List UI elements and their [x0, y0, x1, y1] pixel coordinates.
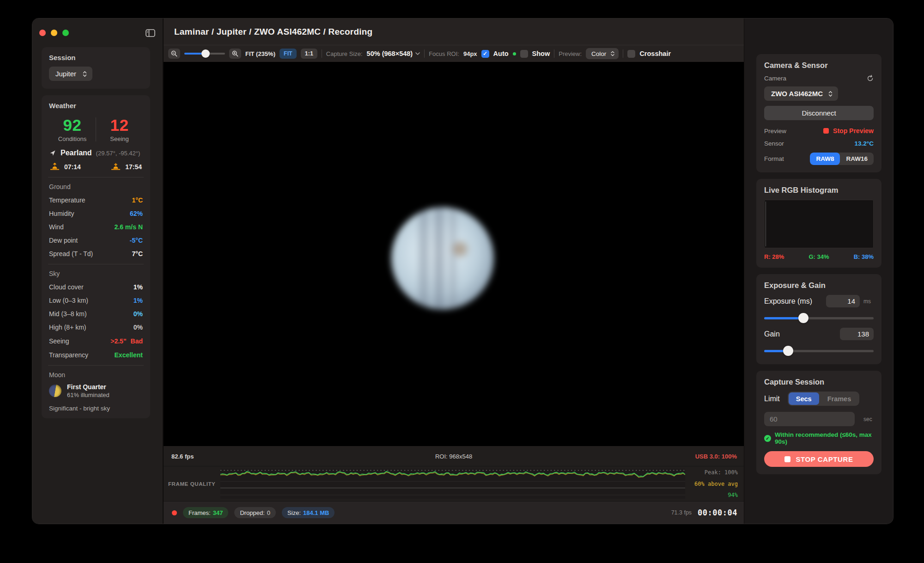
conditions-score: 92 Conditions — [49, 116, 96, 142]
duration-input[interactable] — [764, 412, 855, 426]
zoom-out-icon — [171, 50, 177, 57]
exposure-input[interactable] — [826, 295, 860, 307]
stop-icon — [823, 128, 829, 134]
control-panel: Camera & Sensor Camera ZWO ASI462MC Disc… — [744, 18, 893, 524]
usb-bandwidth: USB 3.0: 100% — [695, 453, 737, 459]
frame-quality-row: FRAME QUALITY Peak: 100% 60% above avg 9… — [164, 466, 744, 502]
stop-icon — [784, 456, 790, 462]
format-label: Format — [764, 155, 784, 162]
zoom-in-button[interactable] — [229, 49, 241, 59]
refresh-cameras-button[interactable] — [867, 75, 874, 82]
crosshair-label: Crosshair — [639, 50, 671, 57]
zoom-in-icon — [232, 50, 238, 57]
session-select[interactable]: Jupiter — [49, 67, 92, 81]
exposure-label: Exposure (ms) — [764, 297, 812, 306]
weather-row-spread: Spread (T - Td)7°C — [49, 250, 143, 257]
sensor-temperature: 13.2°C — [855, 140, 874, 147]
format-segmented-control: RAW8 RAW16 — [810, 153, 874, 165]
maximize-button[interactable] — [62, 30, 69, 36]
location-coords: (29.57°, -95.42°) — [96, 150, 140, 157]
preview-mode-select[interactable]: Color — [586, 48, 619, 59]
toolbar-divider — [623, 49, 623, 58]
zoom-slider[interactable] — [184, 49, 225, 58]
sunset-time: 17:54 — [125, 163, 142, 171]
dropped-badge: Dropped:0 — [234, 507, 276, 518]
auto-label: Auto — [493, 50, 509, 57]
histogram-plot — [764, 200, 874, 248]
sunset-icon — [111, 163, 121, 171]
check-circle-icon: ✓ — [764, 435, 771, 442]
weather-row-humidity: Humidity62% — [49, 210, 143, 217]
zoom-slider-knob[interactable] — [201, 49, 210, 58]
seeing-value: 12 — [96, 116, 143, 135]
minimize-button[interactable] — [51, 30, 57, 36]
secs-button[interactable]: Secs — [789, 392, 819, 405]
size-badge: Size:184.1 MB — [282, 507, 334, 518]
moon-illumination: 61% illuminated — [67, 392, 109, 398]
exposure-slider[interactable] — [764, 313, 874, 323]
toolbar-divider — [424, 49, 425, 58]
chevron-updown-icon — [611, 51, 614, 56]
weather-row-cloudcover: Cloud cover1% — [49, 283, 143, 291]
sidebar-toggle-button[interactable] — [145, 28, 156, 38]
session-card: Session Jupiter — [42, 47, 150, 89]
frames-badge: Frames:347 — [183, 507, 228, 518]
moon-note: Significant - bright sky — [49, 405, 143, 412]
exposure-gain-heading: Exposure & Gain — [764, 281, 874, 290]
quality-peak: Peak: 100% — [705, 469, 738, 476]
session-selected-value: Jupiter — [55, 70, 76, 78]
traffic-lights — [39, 30, 69, 36]
exposure-slider-knob[interactable] — [798, 313, 808, 323]
divider — [48, 177, 144, 177]
disconnect-button[interactable]: Disconnect — [764, 106, 874, 120]
gain-input[interactable] — [840, 328, 874, 340]
camera-select[interactable]: ZWO ASI462MC — [764, 86, 838, 101]
preview-mode-label: Preview: — [559, 50, 582, 57]
frames-button[interactable]: Frames — [820, 392, 859, 405]
preview-canvas[interactable] — [164, 62, 744, 446]
stop-capture-button[interactable]: STOP CAPTURE — [764, 451, 874, 467]
sun-times-row: 07:14 17:54 — [50, 163, 142, 171]
roi-readout: ROI: 968x548 — [435, 453, 472, 459]
preview-statusbar: 82.6 fps ROI: 968x548 USB 3.0: 100% — [164, 446, 744, 466]
weather-row-low: Low (0–3 km)1% — [49, 297, 143, 304]
seeing-label: Seeing — [96, 135, 143, 142]
gain-slider-knob[interactable] — [783, 346, 793, 356]
moon-phase-icon — [49, 385, 61, 397]
one-to-one-button[interactable]: 1:1 — [301, 49, 317, 59]
weather-row-wind: Wind2.6 m/s N — [49, 223, 143, 231]
histogram-heading: Live RGB Histogram — [764, 186, 874, 195]
close-button[interactable] — [39, 30, 46, 36]
refresh-icon — [867, 75, 874, 82]
fit-button[interactable]: FIT — [280, 49, 297, 59]
crosshair-checkbox[interactable] — [627, 50, 635, 58]
frame-quality-readouts: Peak: 100% 60% above avg 94% — [685, 466, 744, 501]
divider — [48, 264, 144, 264]
limit-segmented-control: Secs Frames — [788, 392, 859, 406]
auto-checkbox[interactable]: ✓ — [481, 50, 489, 58]
capture-size-select[interactable]: 50% (968×548) — [367, 50, 420, 57]
sunrise-time: 07:14 — [64, 163, 81, 171]
histogram-red-value: R: 28% — [764, 253, 784, 260]
capture-size-label: Capture Size: — [326, 50, 363, 57]
recommendation-row: ✓ Within recommended (≤60s, max 90s) — [764, 431, 874, 445]
camera-sensor-card: Camera & Sensor Camera ZWO ASI462MC Disc… — [756, 54, 881, 172]
session-heading: Session — [49, 54, 143, 61]
stop-preview-button[interactable]: Stop Preview — [823, 127, 874, 135]
sunset-cell: 17:54 — [111, 163, 142, 171]
seeing-score: 12 Seeing — [96, 116, 143, 142]
gain-label: Gain — [764, 330, 780, 338]
title-bar: Laminar / Jupiter / ZWO ASI462MC / Recor… — [164, 18, 744, 45]
page-title: Laminar / Jupiter / ZWO ASI462MC / Recor… — [174, 27, 372, 37]
gain-slider[interactable] — [764, 346, 874, 356]
histogram-blue-value: B: 38% — [854, 253, 874, 260]
recording-statusbar: Frames:347 Dropped:0 Size:184.1 MB 71.3 … — [164, 502, 744, 524]
jupiter-preview — [391, 207, 494, 310]
raw8-button[interactable]: RAW8 — [810, 153, 840, 165]
raw16-button[interactable]: RAW16 — [840, 153, 874, 165]
zoom-out-button[interactable] — [168, 49, 180, 59]
conditions-value: 92 — [49, 116, 96, 135]
show-checkbox[interactable] — [520, 50, 528, 58]
sidebar-header — [32, 18, 163, 47]
divider — [48, 365, 144, 366]
